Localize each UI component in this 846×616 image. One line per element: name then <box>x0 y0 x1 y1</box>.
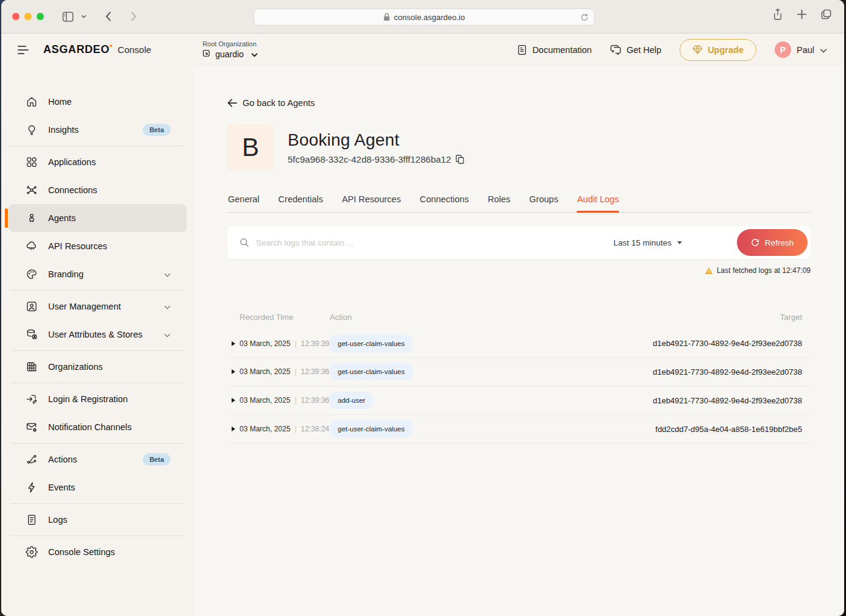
documentation-link[interactable]: Documentation <box>517 44 592 55</box>
asgardeo-logo[interactable]: ASGARDEO* Console <box>43 43 151 56</box>
tab-connections[interactable]: Connections <box>419 194 470 212</box>
last-fetched-text: Last fetched logs at 12:47:09 <box>717 266 811 275</box>
back-icon[interactable] <box>100 8 116 25</box>
new-tab-icon[interactable] <box>797 9 807 22</box>
table-row[interactable]: 03 March, 2025|12:39:39get-user-claim-va… <box>227 329 811 358</box>
back-to-agents-link[interactable]: Go back to Agents <box>227 98 315 108</box>
get-help-link[interactable]: Get Help <box>610 44 661 55</box>
expand-caret-icon[interactable] <box>232 398 235 403</box>
time-range-select[interactable]: Last 15 minutes <box>613 238 681 247</box>
expand-caret-icon[interactable] <box>232 341 235 346</box>
sidebar-item-connections[interactable]: Connections <box>9 176 187 204</box>
tab-credentials[interactable]: Credentials <box>278 194 324 212</box>
sidebar-item-label: Insights <box>48 125 79 135</box>
warning-icon <box>705 267 713 275</box>
logs-icon <box>26 514 38 526</box>
back-arrow-icon <box>227 99 237 107</box>
sidebar-item-label: Home <box>48 97 72 107</box>
logs-toolbar: Last 15 minutes Refresh <box>227 226 811 259</box>
row-target: d1eb4921-7730-4892-9e4d-2f93ee2d0738 <box>653 339 802 348</box>
sidebar-item-api-resources[interactable]: API Resources <box>9 232 187 260</box>
user-menu[interactable]: P Paul <box>775 41 827 58</box>
org-name: guardio <box>215 49 244 59</box>
sidebar-divider <box>11 443 184 444</box>
tab-roles[interactable]: Roles <box>487 194 511 212</box>
sidebar-item-label: Events <box>48 483 75 492</box>
sidebar-item-user-management[interactable]: User Management <box>9 292 187 320</box>
row-target: fdd2cdd7-d95a-4e04-a858-1e619bbf2be5 <box>655 425 802 434</box>
sidebar-item-logs[interactable]: Logs <box>9 506 187 534</box>
sidebar-item-organizations[interactable]: Organizations <box>9 353 187 381</box>
row-time: 12:39:36 <box>301 367 330 376</box>
sidebar-item-actions[interactable]: ActionsBeta <box>9 445 187 473</box>
sidebar-item-login-registration[interactable]: Login & Registration <box>9 385 187 413</box>
expand-caret-icon[interactable] <box>232 369 235 374</box>
menu-toggle-icon[interactable] <box>18 46 30 54</box>
back-link-label: Go back to Agents <box>243 98 315 108</box>
row-date: 03 March, 2025 <box>240 339 290 348</box>
sidebar-item-events[interactable]: Events <box>9 473 187 501</box>
window-zoom-button[interactable] <box>37 13 44 20</box>
dropdown-caret-icon <box>677 241 682 244</box>
table-row[interactable]: 03 March, 2025|12:39:36get-user-claim-va… <box>227 358 811 386</box>
gem-icon <box>692 45 703 54</box>
address-bar[interactable]: console.asgardeo.io <box>254 9 595 26</box>
sidebar-item-label: User Management <box>48 302 121 311</box>
upgrade-button[interactable]: Upgrade <box>680 39 756 61</box>
user-attributes-icon <box>26 328 38 341</box>
tab-audit-logs[interactable]: Audit Logs <box>577 194 620 212</box>
action-badge: get-user-claim-values <box>330 335 413 352</box>
sidebar-item-insights[interactable]: InsightsBeta <box>9 116 187 144</box>
chevron-down-icon <box>164 302 171 311</box>
upgrade-label: Upgrade <box>708 45 744 55</box>
forward-icon[interactable] <box>126 8 141 25</box>
sidebar-item-console-settings[interactable]: Console Settings <box>9 538 187 566</box>
action-badge: add-user <box>330 392 373 409</box>
console-label: Console <box>118 44 151 55</box>
app-header: ASGARDEO* Console Root Organization guar… <box>1 34 844 66</box>
tab-overview-icon[interactable] <box>820 9 832 23</box>
organization-switcher[interactable]: Root Organization guardio <box>202 40 258 60</box>
refresh-button[interactable]: Refresh <box>737 229 808 256</box>
tab-api-resources[interactable]: API Resources <box>341 194 402 212</box>
row-time: 12:38:24 <box>301 425 330 433</box>
search-input[interactable] <box>256 238 613 247</box>
window-close-button[interactable] <box>12 13 20 20</box>
connections-icon <box>26 184 38 196</box>
beta-badge: Beta <box>143 124 171 136</box>
row-date: 03 March, 2025 <box>240 425 290 433</box>
sidebar-item-user-attributes-stores[interactable]: User Attributes & Stores <box>9 320 187 349</box>
chevron-down-icon[interactable] <box>79 8 88 25</box>
sidebar-item-notification-channels[interactable]: Notification Channels <box>9 413 187 441</box>
sidebar-item-label: User Attributes & Stores <box>48 330 143 339</box>
refresh-label: Refresh <box>765 238 794 247</box>
tab-general[interactable]: General <box>227 194 260 212</box>
table-row[interactable]: 03 March, 2025|12:38:24get-user-claim-va… <box>227 415 811 444</box>
sidebar-item-label: Notification Channels <box>48 422 132 432</box>
sidebar-item-applications[interactable]: Applications <box>9 148 187 176</box>
search-icon <box>240 238 249 247</box>
action-badge: get-user-claim-values <box>330 420 413 437</box>
table-row[interactable]: 03 March, 2025|12:39:36add-userd1eb4921-… <box>227 386 811 415</box>
sidebar-item-label: API Resources <box>48 241 107 251</box>
window-controls <box>12 13 44 20</box>
sidebar-item-agents[interactable]: Agents <box>9 204 187 232</box>
sidebar-toggle-icon[interactable] <box>60 8 76 25</box>
tab-groups[interactable]: Groups <box>528 194 559 212</box>
documentation-icon <box>517 44 527 55</box>
sidebar-item-label: Applications <box>48 157 96 167</box>
sidebar-item-branding[interactable]: Branding <box>9 260 187 288</box>
chevron-down-icon <box>164 269 171 279</box>
expand-caret-icon[interactable] <box>232 427 235 431</box>
org-chevron-down-icon <box>251 49 258 60</box>
window-minimize-button[interactable] <box>24 13 32 20</box>
actions-icon <box>26 453 38 466</box>
reload-icon[interactable] <box>580 13 589 24</box>
sidebar-item-home[interactable]: Home <box>9 88 187 116</box>
copy-icon[interactable] <box>455 154 464 165</box>
share-icon[interactable] <box>772 8 783 23</box>
browser-window: console.asgardeo.io ASGARDEO* Console Ro… <box>1 0 844 616</box>
console-settings-icon <box>26 546 38 558</box>
org-type-label: Root Organization <box>202 40 258 48</box>
user-name: Paul <box>797 45 814 55</box>
